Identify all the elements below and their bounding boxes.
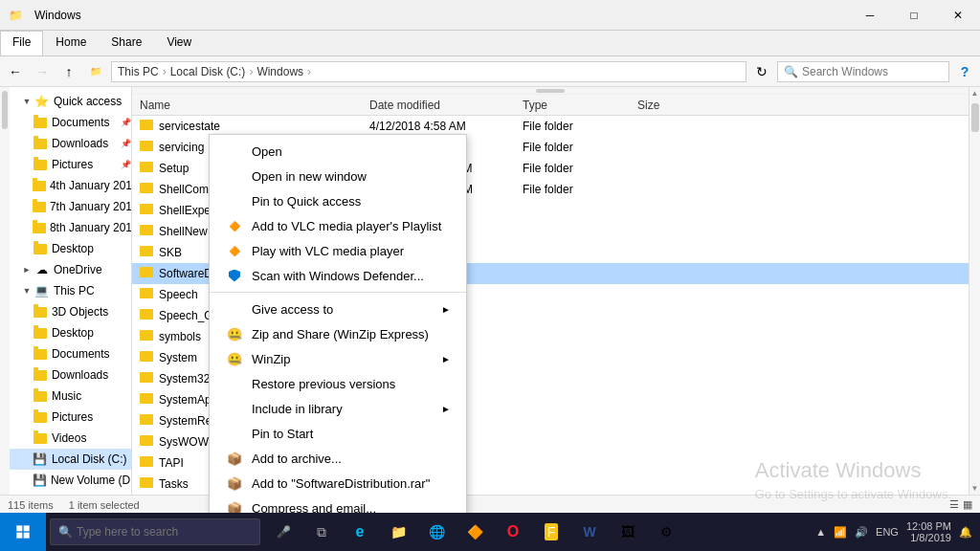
refresh-button[interactable]: ↻ bbox=[750, 60, 773, 83]
view-tiles-button[interactable]: ▦ bbox=[963, 498, 972, 511]
nav-music-pc[interactable]: Music bbox=[10, 386, 131, 407]
breadcrumb-thispc[interactable]: This PC bbox=[118, 65, 159, 78]
forward-button[interactable]: → bbox=[31, 60, 54, 83]
col-type-header[interactable]: Type bbox=[515, 99, 630, 112]
nav-thispc[interactable]: ▼ 💻 This PC bbox=[10, 280, 131, 301]
ctx-vlc-play[interactable]: 🔶 Play with VLC media player bbox=[210, 238, 466, 263]
open-icon bbox=[225, 142, 244, 161]
recent-button[interactable]: 📁 bbox=[84, 60, 107, 83]
tab-home[interactable]: Home bbox=[43, 31, 99, 55]
ctx-vlc-playlist[interactable]: 🔶 Add to VLC media player's Playlist bbox=[210, 213, 466, 238]
taskbar-edge-icon[interactable]: e bbox=[341, 513, 379, 551]
nav-onedrive[interactable]: ► ☁ OneDrive bbox=[10, 259, 131, 280]
taskbar-photos-icon[interactable]: 🖼 bbox=[609, 513, 647, 551]
taskbar-search-box[interactable]: 🔍 bbox=[50, 518, 260, 545]
taskbar-cortana-icon[interactable]: 🎤 bbox=[264, 513, 302, 551]
ctx-pin-quick-access[interactable]: Pin to Quick access bbox=[210, 188, 466, 213]
computer-icon: 💻 bbox=[34, 283, 50, 298]
nav-8thjan[interactable]: 8th January 2019 bbox=[10, 217, 131, 238]
tab-file[interactable]: File bbox=[0, 31, 43, 55]
search-input[interactable] bbox=[802, 65, 936, 78]
tab-share[interactable]: Share bbox=[99, 31, 154, 55]
folder-icon bbox=[33, 388, 48, 404]
nav-pictures-qa[interactable]: Pictures 📌 bbox=[10, 154, 131, 175]
rar-icon: 📦 bbox=[225, 474, 244, 493]
scroll-up-button[interactable]: ▲ bbox=[971, 89, 979, 98]
svg-rect-2 bbox=[16, 533, 22, 539]
taskbar-settings-icon[interactable]: ⚙ bbox=[647, 513, 685, 551]
submenu-arrow-icon: ► bbox=[441, 404, 451, 414]
nav-quick-access[interactable]: ▼ ⭐ Quick access bbox=[10, 91, 131, 112]
breadcrumb[interactable]: This PC › Local Disk (C:) › Windows › bbox=[111, 61, 746, 82]
system-tray-expand-icon[interactable]: ▲ bbox=[815, 526, 826, 538]
nav-localdisk-c[interactable]: 💾 Local Disk (C:) bbox=[10, 449, 131, 470]
ctx-open[interactable]: Open bbox=[210, 139, 466, 164]
titlebar-icon: 📁 bbox=[0, 0, 31, 31]
back-button[interactable]: ← bbox=[4, 60, 27, 83]
nav-libraries[interactable]: ▼ 📚 Libraries bbox=[10, 491, 131, 495]
col-name-header[interactable]: Name bbox=[132, 99, 362, 112]
taskbar-taskview-icon[interactable]: ⧉ bbox=[302, 513, 341, 551]
network-icon[interactable]: 📶 bbox=[834, 526, 847, 539]
vlc-icon: 🔶 bbox=[225, 216, 244, 235]
notification-icon[interactable]: 🔔 bbox=[959, 526, 972, 539]
taskbar-clock[interactable]: 12:08 PM 1/8/2019 bbox=[906, 520, 951, 543]
folder-icon bbox=[33, 409, 48, 425]
ctx-add-archive[interactable]: 📦 Add to archive... bbox=[210, 446, 466, 471]
ctx-pin-start[interactable]: Pin to Start bbox=[210, 421, 466, 446]
help-button[interactable]: ? bbox=[953, 60, 976, 83]
nav-desktop-qa[interactable]: Desktop bbox=[10, 238, 131, 259]
close-button[interactable]: ✕ bbox=[936, 0, 980, 31]
ctx-open-new-window[interactable]: Open in new window bbox=[210, 164, 466, 188]
taskbar-explorer-icon[interactable]: 📁 bbox=[379, 513, 417, 551]
col-date-header[interactable]: Date modified bbox=[362, 99, 515, 112]
scrollbar-thumb[interactable] bbox=[971, 103, 979, 132]
nav-videos-pc[interactable]: Videos bbox=[10, 428, 131, 449]
svg-rect-3 bbox=[24, 533, 30, 539]
folder-icon bbox=[33, 220, 46, 235]
taskbar-chrome-icon[interactable]: 🌐 bbox=[417, 513, 456, 551]
ctx-restore-versions[interactable]: Restore previous versions bbox=[210, 371, 466, 396]
breadcrumb-windows[interactable]: Windows bbox=[256, 65, 303, 78]
taskbar-search-input[interactable] bbox=[77, 525, 230, 539]
nav-7thjan[interactable]: 7th January 2019 bbox=[10, 196, 131, 217]
nav-pictures-pc[interactable]: Pictures bbox=[10, 407, 131, 428]
view-details-button[interactable]: ☰ bbox=[949, 498, 959, 511]
start-button[interactable] bbox=[0, 513, 46, 551]
maximize-button[interactable]: □ bbox=[892, 0, 936, 31]
minimize-button[interactable]: ─ bbox=[848, 0, 892, 31]
taskbar-vlc-icon[interactable]: 🔶 bbox=[456, 513, 494, 551]
ctx-winzip-share[interactable]: 🤐 Zip and Share (WinZip Express) bbox=[210, 321, 466, 346]
folder-icon bbox=[33, 136, 48, 151]
breadcrumb-localdisk[interactable]: Local Disk (C:) bbox=[170, 65, 246, 78]
ctx-scan-defender[interactable]: Scan with Windows Defender... bbox=[210, 263, 466, 288]
folder-icon bbox=[33, 325, 48, 341]
context-menu: Open Open in new window Pin to Quick acc… bbox=[209, 134, 467, 551]
status-bar: 115 items 1 item selected ☰ ▦ bbox=[0, 495, 980, 514]
nav-downloads-qa[interactable]: Downloads 📌 bbox=[10, 133, 131, 154]
taskbar-opera-icon[interactable]: O bbox=[494, 513, 532, 551]
language-indicator[interactable]: ENG bbox=[876, 526, 899, 538]
nav-4thjan[interactable]: 4th January 2019 bbox=[10, 175, 131, 196]
up-button[interactable]: ↑ bbox=[57, 60, 80, 83]
ctx-winzip[interactable]: 🤐 WinZip ► bbox=[210, 346, 466, 371]
col-size-header[interactable]: Size bbox=[630, 99, 706, 112]
search-icon: 🔍 bbox=[784, 65, 798, 78]
scroll-down-button[interactable]: ▼ bbox=[971, 484, 979, 493]
quick-access-icon: ⭐ bbox=[34, 94, 50, 109]
submenu-arrow-icon: ► bbox=[441, 304, 451, 315]
nav-downloads-pc[interactable]: Downloads bbox=[10, 364, 131, 386]
nav-3dobjects[interactable]: 3D Objects bbox=[10, 301, 131, 322]
nav-documents-pc[interactable]: Documents bbox=[10, 343, 131, 364]
volume-icon[interactable]: 🔊 bbox=[855, 526, 868, 539]
ctx-give-access[interactable]: Give access to ► bbox=[210, 297, 466, 321]
tab-view[interactable]: View bbox=[154, 31, 204, 55]
ctx-add-rar[interactable]: 📦 Add to "SoftwareDistribution.rar" bbox=[210, 471, 466, 496]
nav-desktop-pc[interactable]: Desktop bbox=[10, 322, 131, 343]
nav-documents-qa[interactable]: Documents 📌 bbox=[10, 112, 131, 133]
search-box[interactable]: 🔍 bbox=[777, 61, 949, 82]
taskbar-word-icon[interactable]: W bbox=[570, 513, 609, 551]
ctx-include-library[interactable]: Include in library ► bbox=[210, 396, 466, 421]
taskbar-files-icon[interactable]: F bbox=[532, 513, 570, 551]
nav-newvolume-d[interactable]: 💾 New Volume (D:) bbox=[10, 470, 131, 491]
